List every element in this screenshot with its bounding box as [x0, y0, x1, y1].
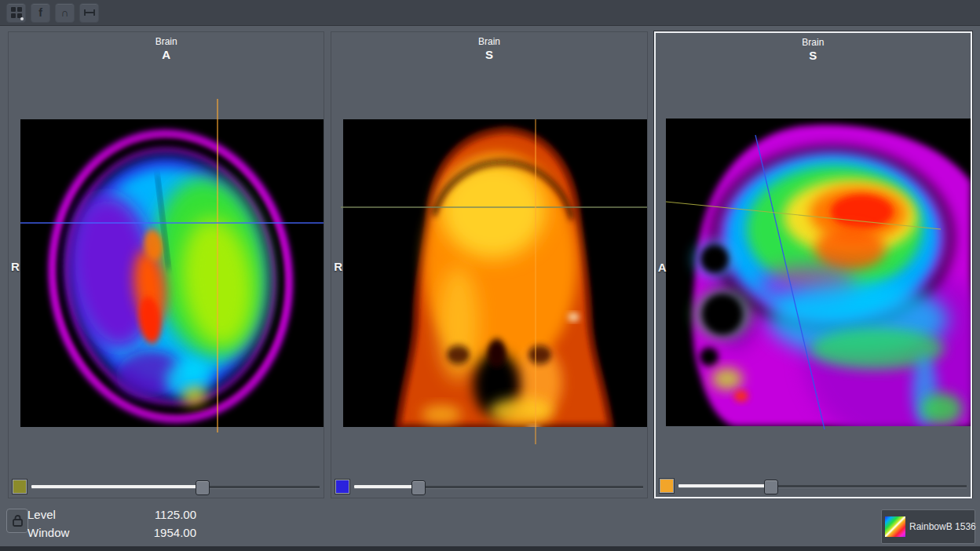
- status-bar: Level 1125.00 Window 1954.00 RainbowB 15…: [0, 498, 980, 546]
- slider-handle[interactable]: [196, 480, 210, 495]
- measure-range-icon: [83, 7, 96, 18]
- bottom-edge-strip: [0, 546, 980, 551]
- panel-plane-letter: S: [656, 49, 971, 63]
- slider-track[interactable]: [354, 480, 642, 494]
- view-panel-axial[interactable]: Brain A: [8, 31, 324, 498]
- slice-chip[interactable]: [13, 480, 27, 494]
- image-viewport-axial[interactable]: [20, 119, 324, 427]
- panel-title: Brain S: [331, 36, 646, 62]
- slider-track[interactable]: [678, 479, 967, 493]
- slider-handle[interactable]: [764, 480, 778, 494]
- top-toolbar: f ∩: [0, 0, 980, 26]
- arch-icon: ∩: [60, 6, 68, 19]
- layout-grid-button[interactable]: [6, 3, 26, 23]
- slice-slider: [335, 478, 642, 495]
- panel-title-name: Brain: [331, 36, 646, 48]
- window-value: 1954.00: [102, 524, 196, 542]
- slice-slider: [13, 478, 320, 495]
- window-label: Window: [27, 524, 102, 542]
- slider-handle[interactable]: [411, 480, 426, 495]
- colormap-dropdown[interactable]: RainbowB 1536 ▼: [881, 509, 975, 544]
- grid-2x2-icon: [11, 7, 22, 18]
- rainbow-colormap-icon: [885, 516, 905, 537]
- orientation-marker: R: [334, 260, 342, 273]
- level-window-readout: Level 1125.00 Window 1954.00: [27, 505, 196, 542]
- view-panel-coronal[interactable]: Brain S: [331, 31, 647, 498]
- panel-plane-letter: A: [9, 48, 324, 62]
- lock-button[interactable]: [6, 509, 28, 533]
- level-value: 1125.00: [102, 505, 196, 524]
- panel-title: Brain S: [656, 37, 971, 63]
- orientation-marker: A: [658, 261, 667, 274]
- level-row: Level 1125.00: [27, 505, 196, 524]
- slider-fill: [31, 485, 202, 488]
- colormap-name: RainbowB 1536: [909, 521, 976, 532]
- viewer-panels: Brain A: [8, 31, 972, 498]
- axial-brain-image: [20, 119, 324, 427]
- interpolation-button[interactable]: ∩: [55, 3, 75, 23]
- frequency-button[interactable]: f: [31, 3, 50, 23]
- slider-fill: [354, 485, 418, 488]
- f-icon: f: [38, 6, 42, 19]
- slice-chip[interactable]: [335, 480, 349, 494]
- level-label: Level: [27, 505, 102, 524]
- measure-button[interactable]: [79, 3, 99, 23]
- slider-track[interactable]: [31, 480, 320, 494]
- panel-title: Brain A: [9, 36, 324, 62]
- panel-title-name: Brain: [9, 36, 324, 48]
- image-viewport-sagittal[interactable]: [666, 119, 971, 426]
- orientation-marker: R: [11, 260, 20, 273]
- lock-icon: [12, 514, 24, 527]
- window-row: Window 1954.00: [27, 524, 196, 542]
- dropdown-dot-icon: [20, 17, 24, 20]
- panel-title-name: Brain: [656, 37, 971, 49]
- panel-plane-letter: S: [331, 48, 646, 62]
- slider-fill: [678, 484, 771, 487]
- slice-slider: [660, 477, 967, 494]
- slice-chip[interactable]: [660, 479, 674, 493]
- image-viewport-coronal[interactable]: [343, 119, 646, 427]
- sagittal-brain-image: [666, 119, 971, 426]
- coronal-brain-image: [343, 119, 646, 427]
- view-panel-sagittal[interactable]: Brain S: [654, 31, 972, 498]
